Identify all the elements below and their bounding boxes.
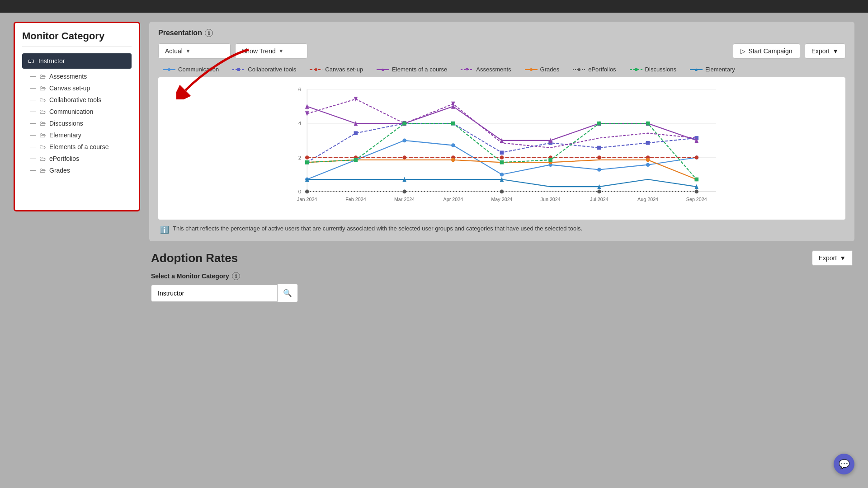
sidebar-panel: Monitor Category 🗂 Instructor — 🗁 Assess… <box>14 22 140 211</box>
info-note: ℹ️ This chart reflects the percentage of… <box>158 225 845 234</box>
presentation-title: Presentation <box>158 29 202 37</box>
svg-text:Jan 2024: Jan 2024 <box>297 197 317 202</box>
legend-discussions: Discussions <box>630 66 676 73</box>
svg-rect-93 <box>597 122 601 126</box>
actual-dropdown[interactable]: Actual ▼ <box>158 43 231 59</box>
folder-icon-elementary: 🗁 <box>39 131 46 139</box>
chevron-down-icon: ▼ <box>185 48 191 54</box>
dash: — <box>30 132 36 138</box>
svg-text:0: 0 <box>298 188 302 195</box>
select-monitor-info-icon[interactable]: ℹ <box>232 272 240 280</box>
svg-point-42 <box>597 168 601 172</box>
svg-point-82 <box>305 190 309 194</box>
toolbar: Actual ▼ Show Trend ▼ ▷ Start Campaign E… <box>158 43 845 59</box>
sidebar-item-elements-of-course[interactable]: — 🗁 Elements of a course <box>27 141 132 153</box>
legend-line-canvas <box>310 67 322 72</box>
folder-icon-assessments: 🗁 <box>39 73 46 80</box>
chat-button[interactable]: 💬 <box>834 454 854 474</box>
adoption-export-button[interactable]: Export ▼ <box>812 250 853 266</box>
folder-icon-collaborative: 🗁 <box>39 96 46 103</box>
adoption-section: Adoption Rates Export ▼ Select a Monitor… <box>149 250 854 302</box>
presentation-header: Presentation ℹ <box>158 29 845 37</box>
dash: — <box>30 144 36 150</box>
sidebar-sub-items: — 🗁 Assessments — 🗁 Canvas set-up — 🗁 Co… <box>27 70 132 176</box>
export-label: Export <box>811 47 830 55</box>
svg-rect-3 <box>237 68 240 71</box>
dash: — <box>30 97 36 103</box>
monitor-input-row: 🔍 <box>151 284 853 302</box>
svg-point-1 <box>168 68 170 71</box>
svg-point-80 <box>646 158 650 162</box>
start-campaign-label: Start Campaign <box>748 47 792 55</box>
trend-chart: 6 4 2 0 Jan 2024 Feb 2024 Mar 2024 Apr 2… <box>167 84 836 211</box>
sidebar-item-assessments[interactable]: — 🗁 Assessments <box>27 70 132 82</box>
legend-collaborative-tools: Collaborative tools <box>232 66 296 73</box>
legend-line-grades <box>525 67 538 72</box>
sidebar-item-elementary[interactable]: — 🗁 Elementary <box>27 129 132 141</box>
warning-icon: ℹ️ <box>160 225 169 234</box>
legend-area: Communication Collaborative tools Canvas… <box>158 66 845 73</box>
svg-text:Aug 2024: Aug 2024 <box>637 197 658 202</box>
adoption-header: Adoption Rates Export ▼ <box>151 250 853 266</box>
top-bar <box>0 0 868 13</box>
legend-line-assessments <box>461 67 473 72</box>
sidebar-title: Monitor Category <box>22 30 132 47</box>
svg-marker-73 <box>354 97 358 102</box>
sidebar-item-communication[interactable]: — 🗁 Communication <box>27 106 132 117</box>
svg-rect-95 <box>694 178 698 182</box>
svg-rect-49 <box>500 150 504 155</box>
info-note-text: This chart reflects the percentage of ac… <box>173 225 582 232</box>
folder-icon-canvas: 🗁 <box>39 84 46 92</box>
actual-label: Actual <box>165 47 183 55</box>
monitor-search-button[interactable]: 🔍 <box>278 284 298 302</box>
legend-grades: Grades <box>525 66 560 73</box>
chart-container: 6 4 2 0 Jan 2024 Feb 2024 Mar 2024 Apr 2… <box>158 77 845 220</box>
svg-point-39 <box>451 143 455 147</box>
svg-point-84 <box>500 190 504 194</box>
sidebar-item-grades[interactable]: — 🗁 Grades <box>27 164 132 176</box>
svg-point-63 <box>305 155 309 160</box>
presentation-section: Presentation ℹ Actual ▼ Show Trend ▼ ▷ S… <box>149 22 854 241</box>
export-button[interactable]: Export ▼ <box>805 43 845 59</box>
legend-line-communication <box>163 67 175 72</box>
folder-icon: 🗂 <box>28 57 35 65</box>
adoption-export-label: Export <box>819 254 837 262</box>
right-content: Presentation ℹ Actual ▼ Show Trend ▼ ▷ S… <box>149 22 854 302</box>
start-campaign-button[interactable]: ▷ Start Campaign <box>733 43 800 59</box>
svg-point-67 <box>500 155 504 160</box>
sidebar-item-discussions[interactable]: — 🗁 Discussions <box>27 117 132 129</box>
svg-rect-90 <box>451 122 455 126</box>
dash: — <box>30 85 36 91</box>
dash: — <box>30 167 36 174</box>
svg-rect-51 <box>597 146 601 150</box>
sidebar-item-instructor[interactable]: 🗂 Instructor <box>22 53 132 69</box>
svg-point-38 <box>402 139 406 143</box>
play-icon: ▷ <box>741 47 745 55</box>
show-trend-dropdown[interactable]: Show Trend ▼ <box>235 43 307 59</box>
monitor-category-input[interactable] <box>151 285 278 302</box>
legend-communication: Communication <box>163 66 219 73</box>
chevron-down-icon-export: ▼ <box>832 47 839 55</box>
instructor-label: Instructor <box>38 57 65 65</box>
svg-rect-88 <box>354 158 358 162</box>
svg-point-40 <box>500 173 504 177</box>
svg-rect-89 <box>402 122 406 126</box>
sidebar-item-canvas-setup[interactable]: — 🗁 Canvas set-up <box>27 82 132 94</box>
sidebar-item-eportfolios[interactable]: — 🗁 ePortfolios <box>27 153 132 164</box>
legend-eportfolios: ePortfolios <box>573 66 616 73</box>
svg-point-65 <box>402 155 406 160</box>
svg-rect-91 <box>500 160 504 164</box>
select-monitor-label: Select a Monitor Category <box>151 272 229 280</box>
folder-icon-communication: 🗁 <box>39 108 46 115</box>
dash: — <box>30 120 36 127</box>
svg-rect-15 <box>635 68 637 71</box>
svg-text:Mar 2024: Mar 2024 <box>394 197 415 202</box>
legend-elementary: Elementary <box>690 66 735 73</box>
legend-line-collaborative <box>232 67 245 72</box>
sidebar-item-collaborative-tools[interactable]: — 🗁 Collaborative tools <box>27 94 132 106</box>
dash: — <box>30 155 36 162</box>
presentation-info-icon[interactable]: ℹ <box>205 29 213 37</box>
svg-rect-92 <box>548 158 552 162</box>
legend-line-elementary <box>690 67 703 72</box>
svg-text:Apr 2024: Apr 2024 <box>443 197 463 202</box>
